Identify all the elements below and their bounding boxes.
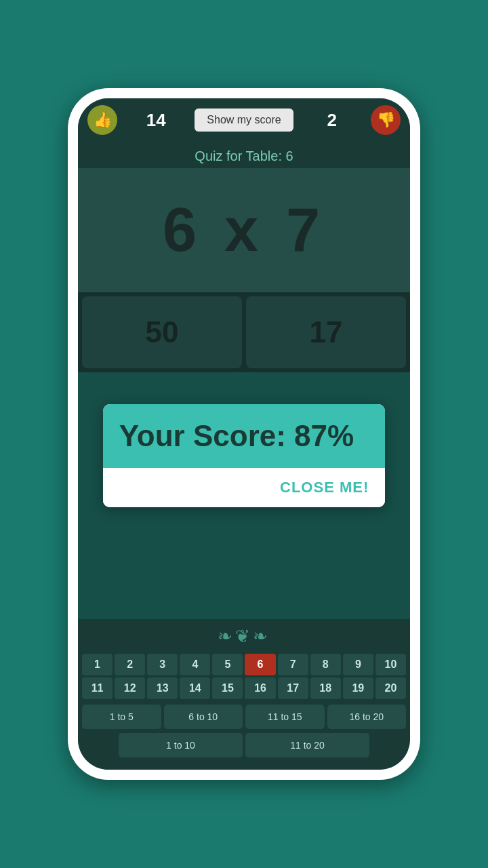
close-me-button[interactable]: CLOSE ME! [280, 479, 369, 496]
number-cell-14[interactable]: 14 [180, 677, 210, 699]
equation-operator: x [224, 196, 286, 264]
number-cell-11[interactable]: 11 [82, 677, 113, 699]
number-cell-15[interactable]: 15 [212, 677, 243, 699]
number-cell-13[interactable]: 13 [147, 677, 178, 699]
modal-close-area: CLOSE ME! [103, 468, 386, 507]
score-overlay-wrapper: 50 17 Your Score: 87% CLOSE ME! [78, 292, 410, 619]
score-modal: Your Score: 87% CLOSE ME! [103, 404, 386, 507]
number-cell-3[interactable]: 3 [147, 654, 178, 675]
range-button-2[interactable]: 6 to 10 [164, 705, 243, 729]
number-cell-1[interactable]: 1 [82, 654, 113, 675]
thumb-up-button[interactable]: 👍 [87, 105, 117, 135]
number-cell-8[interactable]: 8 [310, 654, 341, 675]
number-grid: 1234567891011121314151617181920 [78, 651, 410, 702]
number-cell-2[interactable]: 2 [115, 654, 145, 675]
quiz-subtitle: Quiz for Table: 6 [78, 142, 410, 168]
modal-score-text: Your Score: 87% [119, 419, 369, 453]
header: 👍 14 Show my score 2 👎 [78, 98, 410, 142]
thumb-down-button[interactable]: 👎 [371, 105, 401, 135]
equation-area: 6 x 7 [78, 168, 410, 292]
number-cell-4[interactable]: 4 [180, 654, 210, 675]
number-cell-10[interactable]: 10 [375, 654, 406, 675]
range-button-3[interactable]: 11 to 15 [245, 705, 325, 729]
number-cell-17[interactable]: 17 [278, 677, 308, 699]
modal-score-header: Your Score: 87% [103, 404, 386, 468]
number-cell-5[interactable]: 5 [212, 654, 243, 675]
range-button-4[interactable]: 16 to 20 [327, 705, 407, 729]
thumb-up-icon: 👍 [94, 111, 112, 129]
equation-display: 6 x 7 [163, 195, 325, 265]
decorative-divider: ❧❦❧ [78, 619, 410, 651]
range-buttons-4: 1 to 56 to 1011 to 1516 to 20 [78, 702, 410, 731]
number-cell-9[interactable]: 9 [343, 654, 373, 675]
number-cell-6[interactable]: 6 [245, 654, 275, 675]
correct-count: 14 [146, 110, 166, 131]
number-cell-19[interactable]: 19 [343, 677, 373, 699]
range-button-1[interactable]: 1 to 5 [82, 705, 161, 729]
show-score-button[interactable]: Show my score [195, 108, 293, 132]
number-cell-20[interactable]: 20 [375, 677, 406, 699]
number-cell-18[interactable]: 18 [310, 677, 341, 699]
screen: 👍 14 Show my score 2 👎 Quiz for Table: 6… [78, 98, 410, 770]
number-cell-12[interactable]: 12 [115, 677, 145, 699]
range-button-wide-2[interactable]: 11 to 20 [245, 733, 369, 757]
number-cell-16[interactable]: 16 [245, 677, 275, 699]
number-cell-7[interactable]: 7 [278, 654, 308, 675]
bottom-space [78, 763, 410, 770]
equation-num2: 7 [286, 196, 325, 264]
thumb-down-icon: 👎 [377, 111, 395, 129]
range-buttons-2: 1 to 1011 to 20 [78, 731, 410, 763]
modal-overlay: Your Score: 87% CLOSE ME! [78, 292, 410, 619]
wrong-count: 2 [322, 110, 342, 131]
equation-num1: 6 [163, 196, 202, 264]
range-button-wide-1[interactable]: 1 to 10 [119, 733, 243, 757]
phone-frame: 👍 14 Show my score 2 👎 Quiz for Table: 6… [68, 88, 420, 780]
